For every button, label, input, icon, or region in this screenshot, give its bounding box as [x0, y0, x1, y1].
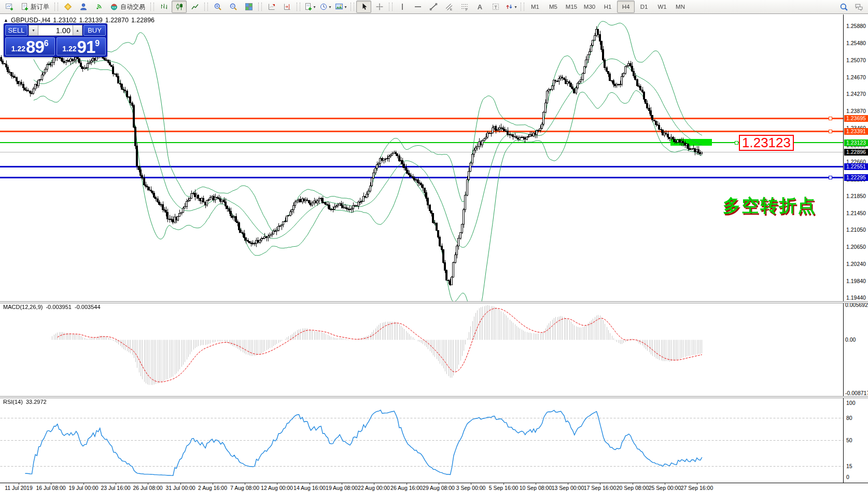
- text-tool-icon: A: [478, 3, 482, 11]
- channel-button[interactable]: E: [441, 1, 456, 13]
- timeframe-m30[interactable]: M30: [581, 1, 598, 13]
- price-axis-tick: 1.19840: [846, 278, 866, 284]
- sell-button[interactable]: SELL: [5, 25, 27, 36]
- cursor-icon: [360, 3, 368, 11]
- time-axis-label: 11 Jul 2019: [5, 485, 33, 491]
- time-axis-label: 19 Aug 08:00: [326, 485, 358, 491]
- cursor-button[interactable]: [356, 1, 371, 13]
- symbol-info-bar[interactable]: ▲ GBPUSD-,H4 1.23102 1.23139 1.22870 1.2…: [4, 17, 155, 24]
- timeframe-mn[interactable]: MN: [671, 1, 689, 13]
- price-annotation-box[interactable]: 1.23123: [739, 135, 794, 151]
- svg-text:E: E: [450, 8, 452, 11]
- auto-scroll-button[interactable]: [264, 1, 279, 13]
- macd-axis-tick: 0.00: [845, 336, 856, 343]
- svg-text:T: T: [494, 5, 497, 10]
- period-dropdown-button[interactable]: ▾: [318, 1, 333, 13]
- timeframe-d1[interactable]: D1: [635, 1, 653, 13]
- time-axis-label: 20 Sep 08:00: [617, 485, 649, 491]
- volume-increase-button[interactable]: ▴: [73, 25, 82, 36]
- line-chart-button[interactable]: [187, 1, 202, 13]
- vertical-line-button[interactable]: [395, 1, 410, 13]
- rsi-axis-tick: 50: [846, 437, 852, 443]
- text-tool-button[interactable]: A: [472, 1, 487, 13]
- tile-windows-button[interactable]: [241, 1, 256, 13]
- signals-button[interactable]: [91, 1, 106, 13]
- toolbar-right: [836, 1, 866, 13]
- zoom-in-icon: [214, 3, 222, 11]
- timeframe-h4[interactable]: H4: [617, 1, 635, 13]
- toolbar-grip: [521, 3, 524, 11]
- buy-button[interactable]: BUY: [83, 25, 106, 36]
- horizontal-line-button[interactable]: [410, 1, 425, 13]
- pane-resize-handle[interactable]: [0, 301, 868, 303]
- price-chart-canvas[interactable]: [0, 15, 843, 483]
- candlestick-icon: [175, 3, 184, 11]
- time-axis-label: 17 Sep 16:00: [584, 485, 616, 491]
- timeframe-m1[interactable]: M1: [526, 1, 544, 13]
- volume-input[interactable]: [38, 25, 73, 36]
- time-axis-label: 5 Sep 16:00: [489, 485, 519, 491]
- arrows-dropdown-button[interactable]: ▾: [503, 1, 519, 13]
- price-axis-tick: 1.25480: [846, 40, 866, 46]
- toolbar-grip: [351, 3, 354, 11]
- ohlc-high: 1.23139: [79, 17, 103, 24]
- tile-windows-icon: [245, 3, 253, 11]
- search-button[interactable]: [836, 1, 851, 13]
- crosshair-icon: [375, 3, 384, 11]
- price-line-badge: 1.22295: [844, 174, 868, 181]
- macd-axis-tick: -0.008717: [845, 390, 868, 396]
- candlestick-button[interactable]: [172, 1, 187, 13]
- volume-stepper: ▾ ▴: [29, 25, 82, 36]
- collapse-icon[interactable]: ▲: [4, 18, 8, 23]
- pane-resize-handle[interactable]: [0, 396, 868, 398]
- bar-chart-button[interactable]: [156, 1, 171, 13]
- label-tool-button[interactable]: T: [488, 1, 503, 13]
- time-axis[interactable]: 11 Jul 201916 Jul 08:0019 Jul 00:0023 Ju…: [0, 483, 868, 492]
- vertical-line-icon: [398, 3, 407, 11]
- zoom-out-button[interactable]: [226, 1, 241, 13]
- bid-price-badge: 1.22896: [844, 149, 868, 156]
- auto-scroll-icon: [268, 3, 276, 11]
- time-axis-label: 7 Aug 08:00: [230, 485, 259, 491]
- timeframe-m15[interactable]: M15: [563, 1, 580, 13]
- new-chart-button[interactable]: [2, 1, 17, 13]
- text-annotation[interactable]: 多空转折点: [723, 194, 816, 218]
- toolbar-grip: [204, 3, 208, 11]
- crosshair-button[interactable]: [372, 1, 387, 13]
- buy-price-prefix: 1.22: [62, 45, 76, 53]
- sell-price-button[interactable]: 1.22 89 6: [5, 37, 55, 55]
- fibonacci-button[interactable]: F: [457, 1, 472, 13]
- auto-trading-button[interactable]: 自动交易: [107, 1, 148, 13]
- price-axis[interactable]: 1.236951.233911.231231.225511.222951.228…: [843, 15, 868, 483]
- timeframe-h1[interactable]: H1: [599, 1, 617, 13]
- clock-icon: [319, 3, 328, 11]
- new-order-dropdown-button[interactable]: ▾: [302, 1, 317, 13]
- volume-decrease-button[interactable]: ▾: [29, 25, 38, 36]
- chart-shift-button[interactable]: [279, 1, 295, 13]
- trendline-button[interactable]: [426, 1, 441, 13]
- buy-price-button[interactable]: 1.22 91 9: [57, 37, 106, 55]
- price-axis-tick: 1.21450: [846, 210, 866, 216]
- rsi-axis-tick: 15: [846, 463, 852, 469]
- symbol-title: GBPUSD-,H4: [11, 17, 50, 24]
- market-watch-button[interactable]: [76, 1, 91, 13]
- timeframe-w1[interactable]: W1: [653, 1, 671, 13]
- fibonacci-icon: F: [460, 3, 469, 11]
- chat-button[interactable]: [851, 1, 866, 13]
- trendline-icon: [429, 3, 438, 11]
- price-axis-tick: 1.20240: [846, 261, 866, 267]
- price-axis-tick: 1.25070: [846, 57, 866, 63]
- diamond-icon: [64, 3, 72, 11]
- macd-name: MACD(12,26,9): [3, 304, 43, 310]
- price-axis-tick: 1.24270: [846, 91, 866, 97]
- timeframe-m5[interactable]: M5: [544, 1, 562, 13]
- template-dropdown-button[interactable]: ▾: [333, 1, 348, 13]
- rsi-axis-tick: 0: [846, 474, 849, 480]
- time-axis-label: 19 Jul 00:00: [68, 485, 98, 491]
- buy-price-pip: 9: [95, 39, 100, 48]
- metaeditor-button[interactable]: [60, 1, 75, 13]
- price-axis-tick: 1.19440: [846, 294, 866, 301]
- zoom-in-button[interactable]: [210, 1, 225, 13]
- buy-price-big: 91: [77, 38, 95, 55]
- new-order-button[interactable]: 新订单: [17, 1, 52, 13]
